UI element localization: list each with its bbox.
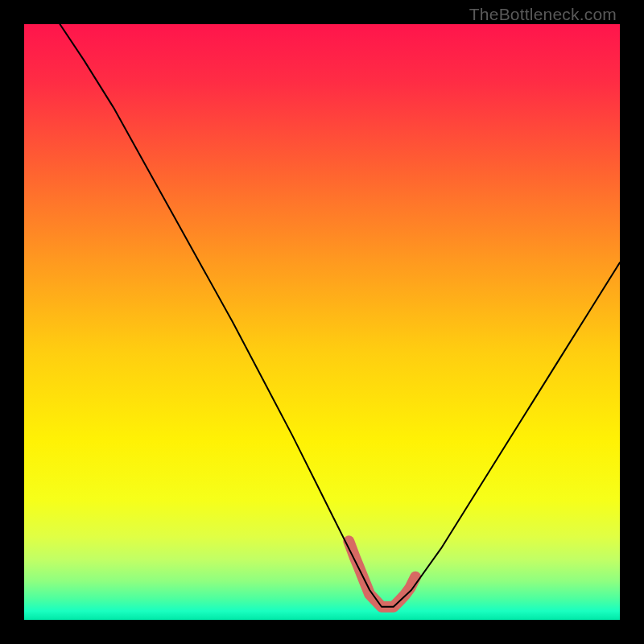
chart-frame: TheBottleneck.com (0, 0, 644, 644)
plot-area (24, 24, 620, 620)
svg-rect-0 (24, 24, 620, 620)
watermark-text: TheBottleneck.com (469, 5, 617, 24)
background-gradient (24, 24, 620, 620)
